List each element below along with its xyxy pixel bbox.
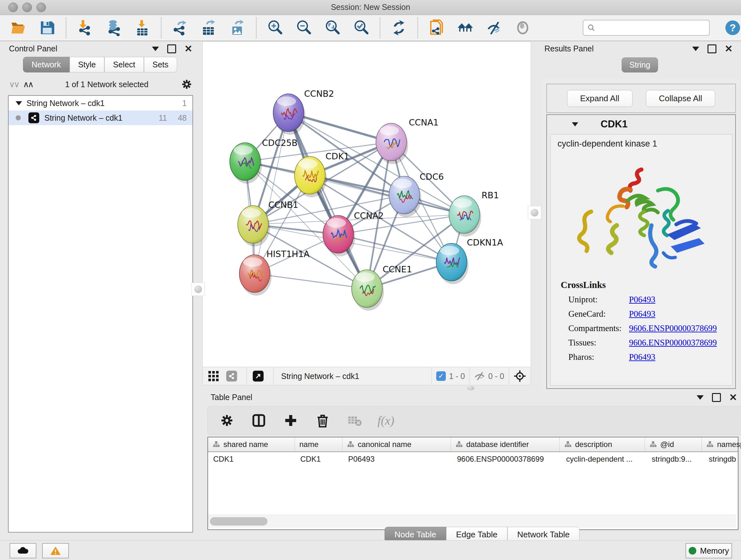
crosslink-link[interactable]: P06493	[629, 309, 656, 319]
panel-float-icon[interactable]	[167, 44, 176, 53]
column-header-database-identifier[interactable]: database identifier	[451, 437, 560, 451]
network-collection-row[interactable]: String Network – cdk1 1	[9, 96, 192, 111]
gene-expand-icon[interactable]	[572, 122, 578, 126]
network-canvas[interactable]: CCNB2CCNA1CDC25BCDK1CDC6RB1CCNB1CCNA2CDK…	[202, 42, 531, 367]
panel-close-icon[interactable]: ✕	[729, 394, 737, 401]
column-header-shared-name[interactable]: shared name	[208, 437, 295, 451]
panel-float-icon[interactable]	[712, 393, 721, 402]
show-columns-icon[interactable]	[250, 412, 268, 429]
search-box[interactable]	[583, 20, 710, 36]
tab-select[interactable]: Select	[105, 57, 144, 72]
network-node-ccna1[interactable]	[376, 123, 408, 164]
export-network-icon[interactable]	[171, 19, 189, 37]
panel-collapse-icon[interactable]	[697, 395, 704, 400]
cell-@id[interactable]: stringdb:9...	[647, 452, 704, 466]
import-table-file-icon[interactable]	[133, 19, 151, 37]
delete-column-icon[interactable]	[314, 412, 332, 429]
node-count: 11	[158, 113, 167, 123]
node-label-ccnb2: CCNB2	[304, 89, 334, 99]
cell-namespace[interactable]: stringdb	[704, 452, 741, 466]
tab-string[interactable]: String	[622, 57, 658, 72]
tab-sets[interactable]: Sets	[144, 57, 177, 72]
cell-description[interactable]: cyclin-dependent ...	[561, 452, 647, 466]
cell-name[interactable]: CDK1	[295, 452, 343, 466]
panel-collapse-icon[interactable]	[152, 47, 159, 51]
open-in-new-window-icon[interactable]	[253, 371, 264, 381]
panel-close-icon[interactable]: ✕	[725, 45, 733, 52]
gene-section-header[interactable]: CDK1	[547, 115, 735, 133]
export-table-icon[interactable]	[200, 19, 218, 37]
home-icon[interactable]	[456, 19, 474, 37]
grid-view-icon[interactable]	[208, 370, 219, 382]
export-image-icon[interactable]	[228, 19, 246, 37]
add-column-icon[interactable]	[282, 412, 300, 429]
network-node-ccnb2[interactable]	[273, 94, 306, 135]
cloud-button[interactable]	[10, 543, 37, 558]
crosslinks-list: Uniprot:P06493GeneCard:P06493Compartment…	[550, 295, 732, 362]
birds-eye-view-icon[interactable]	[514, 370, 526, 382]
network-node-hist1h1a[interactable]	[239, 255, 272, 296]
network-row-selected[interactable]: String Network – cdk1 11 48	[9, 111, 192, 125]
network-node-ccne1[interactable]	[352, 270, 384, 311]
expand-all-button[interactable]: Expand All	[567, 90, 632, 107]
zoom-selected-icon[interactable]	[352, 19, 370, 37]
crosslink-link[interactable]: 9606.ENSP00000378699	[629, 323, 717, 333]
panel-close-icon[interactable]: ✕	[185, 45, 192, 52]
save-session-icon[interactable]	[38, 19, 56, 37]
crosslink-link[interactable]: P06493	[629, 352, 656, 362]
warnings-button[interactable]	[42, 543, 69, 558]
panel-float-icon[interactable]	[708, 44, 717, 53]
table-horizontal-scrollbar[interactable]	[208, 515, 736, 528]
tab-network[interactable]: Network	[23, 57, 70, 72]
column-header-name[interactable]: name	[295, 437, 342, 451]
open-session-icon[interactable]	[10, 19, 27, 37]
zoom-in-icon[interactable]	[266, 19, 284, 37]
refresh-icon[interactable]	[390, 19, 408, 37]
cell-database-identifier[interactable]: 9606.ENSP00000378699	[452, 452, 561, 466]
collapse-all-chevron-icon[interactable]: ∧∧	[23, 79, 32, 89]
tab-style[interactable]: Style	[70, 57, 105, 72]
node-label-cdkn1a: CDKN1A	[467, 238, 503, 247]
collection-count: 1	[182, 99, 187, 108]
crosslink-link[interactable]: 9606.ENSP00000378699	[629, 338, 717, 348]
column-header-namespace[interactable]: namespace	[702, 437, 741, 451]
cell-shared-name[interactable]: CDK1	[208, 452, 295, 466]
import-network-database-icon[interactable]	[105, 19, 123, 37]
column-header-canonical-name[interactable]: canonical name	[342, 437, 451, 451]
network-node-ccna2[interactable]	[323, 215, 355, 256]
import-network-file-icon[interactable]	[76, 19, 94, 37]
cell-canonical-name[interactable]: P06493	[343, 452, 452, 466]
selected-checkbox-icon[interactable]: ✓	[436, 371, 446, 381]
search-input[interactable]	[596, 23, 705, 33]
network-node-rb1[interactable]	[449, 196, 481, 237]
delete-table-icon	[346, 412, 363, 429]
panel-collapse-icon[interactable]	[692, 47, 699, 51]
zoom-fit-icon[interactable]	[324, 19, 341, 37]
column-header-@id[interactable]: @id	[645, 437, 702, 451]
right-splitter-handle[interactable]	[528, 206, 541, 219]
column-header-description[interactable]: description	[560, 437, 645, 451]
node-label-ccna1: CCNA1	[409, 118, 439, 127]
share-session-file-icon[interactable]	[428, 19, 446, 37]
table-settings-gear-icon[interactable]	[218, 412, 236, 429]
network-node-ccnb1[interactable]	[238, 206, 270, 246]
collection-expand-icon[interactable]	[16, 101, 22, 105]
network-tree: String Network – cdk1 1 String Network –…	[8, 95, 193, 533]
scrollbar-thumb[interactable]	[210, 517, 267, 525]
network-node-cdk1[interactable]	[294, 157, 327, 197]
zoom-out-icon[interactable]	[295, 19, 313, 37]
expand-all-chevron-icon[interactable]: ∨∨	[9, 79, 18, 89]
network-options-gear-icon[interactable]	[181, 78, 192, 90]
network-badge-icon[interactable]	[226, 371, 237, 381]
crosslink-link[interactable]: P06493	[629, 295, 656, 305]
help-icon[interactable]: ?	[724, 19, 741, 37]
table-row[interactable]: CDK1CDK1P064939606.ENSP00000378699cyclin…	[208, 452, 738, 466]
memory-button[interactable]: Memory	[685, 543, 732, 558]
left-splitter-handle[interactable]	[192, 283, 205, 296]
network-node-cdkn1a[interactable]	[436, 243, 468, 284]
collapse-all-button[interactable]: Collapse All	[646, 90, 716, 107]
hide-eye-icon[interactable]	[485, 19, 503, 37]
network-node-cdc6[interactable]	[389, 176, 421, 217]
node-label-cdc6: CDC6	[420, 172, 444, 182]
horizontal-splitter-handle[interactable]	[467, 386, 474, 390]
